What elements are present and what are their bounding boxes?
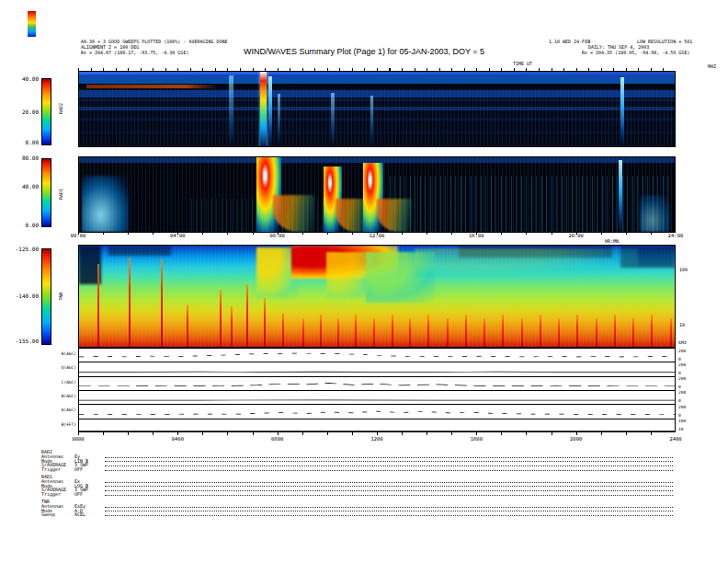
spectrogram-feature bbox=[619, 160, 622, 232]
tnr-cb-tick-max: -125.00 bbox=[7, 246, 39, 252]
spectrogram-feature bbox=[427, 315, 429, 347]
legend-row: TriggerOFF bbox=[41, 467, 676, 472]
spectrogram-feature bbox=[187, 304, 188, 347]
strip-chart-row bbox=[79, 349, 675, 362]
legend-section-rad2: RAD2 AntennasEy ModeLIN B S/AVERAGE3 SWP… bbox=[41, 450, 676, 472]
bottom-tick-2400: 2400 bbox=[669, 436, 681, 442]
spectrogram-feature bbox=[620, 77, 624, 146]
frequency-unit-mhz: MHZ bbox=[708, 63, 716, 69]
spectrogram-feature bbox=[79, 107, 675, 110]
spectrogram-feature bbox=[502, 315, 504, 347]
dotted-leader bbox=[105, 511, 673, 516]
strip-chart-row bbox=[79, 419, 675, 433]
spectrogram-feature bbox=[465, 315, 467, 347]
housekeeping-strip-charts bbox=[78, 348, 676, 432]
spectrogram-feature bbox=[79, 99, 675, 101]
rad1-cb-tick-min: 0.00 bbox=[11, 222, 39, 228]
spectrogram-feature bbox=[97, 264, 99, 347]
spectrogram-feature bbox=[79, 157, 675, 163]
rad1-cb-tick-max: 80.00 bbox=[11, 155, 39, 161]
spectrogram-feature bbox=[220, 290, 222, 347]
mid-tick-1600: 16:00 bbox=[469, 233, 484, 238]
spectrogram-feature bbox=[331, 93, 335, 146]
spectrogram-feature bbox=[521, 318, 523, 347]
legend-key: Sweep bbox=[41, 512, 74, 517]
spectrogram-feature bbox=[355, 315, 357, 347]
tnr-cb-tick-min: -155.00 bbox=[7, 338, 39, 344]
rad2-cb-tick-min: 0.00 bbox=[11, 139, 39, 145]
bottom-time-axis-labels: 0000 0400 0800 1200 1600 2000 2400 bbox=[78, 436, 676, 442]
strip-chart-row bbox=[79, 377, 675, 391]
spectrogram-feature bbox=[483, 318, 485, 347]
spectrogram-feature bbox=[79, 75, 675, 84]
generation-time: 1.10 WED 24-FEB bbox=[549, 39, 590, 44]
strip-label-6: B(FFT) bbox=[50, 422, 76, 427]
spectrogram-feature bbox=[558, 318, 560, 347]
mid-time-axis-labels: 00:00 04:00 08:00 12:00 16:00 20:00 24:0… bbox=[78, 233, 676, 239]
spectrogram-feature bbox=[79, 90, 675, 97]
strip6-min: 10 bbox=[678, 427, 683, 431]
strip-label-4: B(AGC) bbox=[50, 394, 76, 398]
spectrogram-feature bbox=[229, 75, 233, 146]
strip4-min: 0 bbox=[678, 398, 681, 403]
tnr-spectrogram bbox=[78, 245, 676, 348]
spectrogram-feature bbox=[320, 315, 322, 347]
mid-tick-2000: 20:00 bbox=[568, 233, 584, 238]
strip5-max: 200 bbox=[678, 405, 686, 409]
spectrogram-feature bbox=[264, 298, 266, 347]
spectrogram-feature bbox=[540, 315, 541, 347]
spectrogram-feature bbox=[246, 284, 248, 347]
spectrogram-feature bbox=[79, 132, 675, 133]
legend-value: OFF bbox=[74, 467, 102, 472]
legend-value: OFF bbox=[74, 492, 102, 497]
spectrogram-feature bbox=[268, 76, 272, 146]
spectrogram-feature bbox=[86, 85, 218, 88]
strip2-min: 0 bbox=[678, 371, 681, 375]
tnr-cb-tick-mid: -140.00 bbox=[7, 293, 39, 299]
strip-label-3: C(AGC) bbox=[50, 380, 76, 385]
mid-tick-0400: 04:00 bbox=[170, 233, 186, 238]
time-axis-label: TIME UT bbox=[513, 61, 532, 66]
page-title: WIND/WAVES Summary Plot (Page 1) for 05-… bbox=[0, 47, 728, 56]
bottom-tick-2000: 2000 bbox=[570, 436, 582, 442]
rad1-panel-label: RAD1 bbox=[58, 180, 65, 208]
strip3-max: 200 bbox=[678, 376, 686, 381]
rad1-spectrogram bbox=[78, 156, 676, 233]
bottom-tick-0000: 0000 bbox=[72, 436, 84, 442]
rad1-cb-tick-mid: 40.00 bbox=[11, 183, 39, 190]
rad2-panel-label: RAD2 bbox=[58, 95, 65, 122]
strip5-min: 0 bbox=[678, 413, 681, 418]
strip-label-1: B(AGC) bbox=[50, 351, 76, 356]
legend-row: TriggerOFF bbox=[41, 492, 676, 497]
strip-chart-trace bbox=[79, 362, 675, 375]
bottom-time-tick-axis bbox=[78, 432, 676, 435]
spectrogram-feature bbox=[337, 318, 339, 347]
rad2-cb-tick-mid: 20.00 bbox=[11, 109, 39, 115]
strip-chart-row bbox=[79, 405, 675, 419]
rad2-colorbar bbox=[41, 78, 51, 145]
legend-key: Trigger bbox=[41, 467, 74, 472]
bottom-tick-1200: 1200 bbox=[370, 436, 382, 442]
mid-tick-1200: 12:00 bbox=[370, 233, 385, 238]
strip-chart-trace bbox=[79, 377, 675, 390]
rad1-colorbar bbox=[41, 158, 51, 227]
strip-chart-trace bbox=[79, 349, 675, 362]
instrument-config-legend: RAD2 AntennasEy ModeLIN B S/AVERAGE3 SWP… bbox=[41, 450, 676, 520]
spectrogram-feature bbox=[129, 258, 131, 347]
waves-summary-plot-page: A0.30 + 3 GOOD SWEEPS PLOTTED (100%) - A… bbox=[0, 0, 728, 563]
spectrogram-feature bbox=[373, 318, 375, 347]
legend-value: ACEL bbox=[74, 512, 102, 517]
legend-key: Trigger bbox=[41, 492, 74, 497]
spectrogram-feature bbox=[278, 94, 280, 146]
spectrogram-feature bbox=[447, 318, 449, 347]
tnr-panel-label: TNR bbox=[58, 282, 65, 310]
spectrogram-feature bbox=[415, 248, 638, 277]
strip-chart-trace bbox=[79, 419, 675, 433]
spectrogram-feature bbox=[260, 72, 267, 146]
tnr-freq-unit-khz: kHz bbox=[678, 339, 687, 345]
mini-colorbar bbox=[28, 11, 36, 37]
strip-label-2: Q(AGC) bbox=[50, 365, 76, 370]
spectrogram-feature bbox=[392, 315, 393, 347]
rad2-cb-tick-max: 40.00 bbox=[11, 75, 39, 82]
strip3-min: 0 bbox=[678, 385, 681, 389]
